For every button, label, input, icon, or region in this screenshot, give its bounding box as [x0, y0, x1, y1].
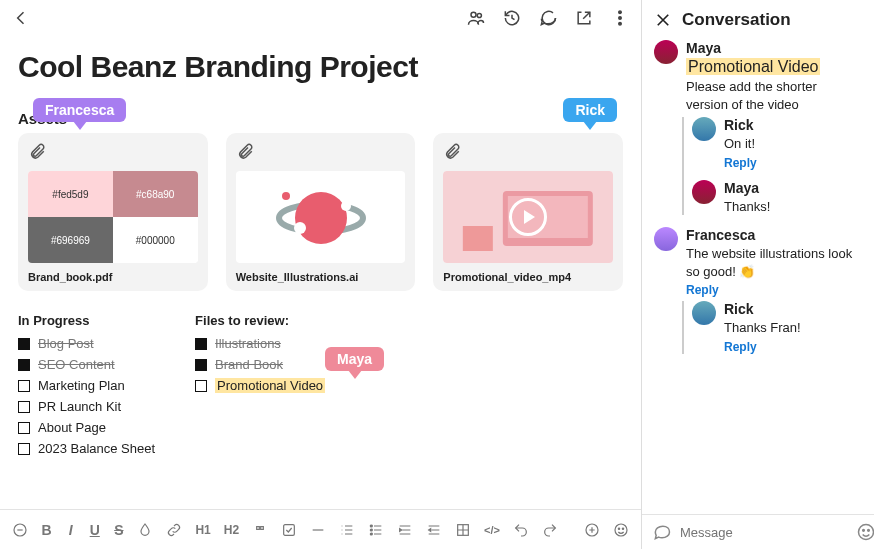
- list-item[interactable]: Promotional Video: [195, 378, 325, 393]
- cursor-francesca: Francesca: [33, 98, 126, 122]
- underline-button[interactable]: U: [89, 522, 100, 538]
- list-item[interactable]: 2023 Balance Sheet: [18, 441, 155, 456]
- avatar: [692, 117, 716, 141]
- avatar: [692, 180, 716, 204]
- message-highlight: Promotional Video: [686, 58, 820, 75]
- assets-row: #fed5d9 #c68a90 #696969 #000000 Brand_bo…: [18, 133, 623, 291]
- svg-point-8: [341, 201, 351, 211]
- svg-point-22: [618, 528, 619, 529]
- h1-button[interactable]: H1: [195, 523, 210, 537]
- swatch: #000000: [113, 217, 198, 263]
- play-icon: [509, 198, 547, 236]
- svg-point-25: [863, 530, 865, 532]
- asset-caption: Website_Illustrations.ai: [236, 271, 406, 283]
- in-progress-heading: In Progress: [18, 313, 155, 328]
- svg-point-7: [294, 222, 306, 234]
- page-title: Cool Beanz Branding Project: [18, 50, 623, 84]
- cursor-rick: Rick: [563, 98, 617, 122]
- redo-button[interactable]: [542, 522, 558, 538]
- svg-point-2: [619, 11, 622, 13]
- avatar: [654, 227, 678, 251]
- asset-card-illustrations[interactable]: Website_Illustrations.ai: [226, 133, 416, 291]
- reply-link[interactable]: Reply: [724, 156, 757, 170]
- video-preview: [443, 171, 613, 263]
- conversation-panel: Conversation Maya Promotional Video Plea…: [642, 0, 874, 549]
- svg-rect-13: [463, 226, 493, 251]
- list-item[interactable]: About Page: [18, 420, 155, 435]
- message-input[interactable]: [680, 525, 848, 540]
- asset-caption: Promotional_video_mp4: [443, 271, 613, 283]
- bold-button[interactable]: B: [41, 522, 52, 538]
- message: Maya Promotional Video Please add the sh…: [654, 40, 862, 113]
- link-button[interactable]: [166, 522, 182, 538]
- reply-link[interactable]: Reply: [724, 340, 801, 354]
- topbar: [0, 0, 641, 36]
- avatar: [692, 301, 716, 325]
- message-text: On it!: [724, 135, 757, 153]
- message-author: Maya: [686, 40, 862, 56]
- svg-point-3: [619, 17, 622, 20]
- message-reply: Rick On it! Reply: [692, 117, 862, 170]
- asset-card-brandbook[interactable]: #fed5d9 #c68a90 #696969 #000000 Brand_bo…: [18, 133, 208, 291]
- avatar: [654, 40, 678, 64]
- svg-point-18: [370, 533, 372, 535]
- emoji-button[interactable]: [856, 521, 874, 543]
- list-item[interactable]: Blog Post: [18, 336, 155, 351]
- svg-point-9: [282, 192, 290, 200]
- review-heading: Files to review:: [195, 313, 325, 328]
- italic-button[interactable]: I: [65, 522, 76, 538]
- list-item[interactable]: PR Launch Kit: [18, 399, 155, 414]
- strike-button[interactable]: S: [113, 522, 124, 538]
- message-author: Rick: [724, 117, 757, 133]
- attachment-icon: [236, 143, 406, 165]
- list-item[interactable]: Illustrations: [195, 336, 325, 351]
- code-button[interactable]: </>: [484, 524, 500, 536]
- add-button[interactable]: [584, 522, 600, 538]
- swatch: #c68a90: [113, 171, 198, 217]
- message-author: Rick: [724, 301, 801, 317]
- message-author: Francesca: [686, 227, 862, 243]
- message-author: Maya: [724, 180, 770, 196]
- more-icon[interactable]: [609, 7, 631, 29]
- checklist-button[interactable]: [281, 522, 297, 538]
- svg-point-21: [615, 524, 627, 536]
- svg-point-26: [868, 530, 870, 532]
- conversation-title: Conversation: [682, 10, 791, 30]
- bullet-list-button[interactable]: [368, 522, 384, 538]
- list-item[interactable]: Marketing Plan: [18, 378, 155, 393]
- message: Francesca The website illustrations look…: [654, 227, 862, 297]
- swatch: #fed5d9: [28, 171, 113, 217]
- message-text: Thanks Fran!: [724, 319, 801, 337]
- cursor-maya: Maya: [325, 347, 384, 371]
- list-item[interactable]: SEO Content: [18, 357, 155, 372]
- close-button[interactable]: [654, 11, 672, 29]
- quote-button[interactable]: [252, 522, 268, 538]
- mention-button[interactable]: [12, 522, 28, 538]
- emoji-button[interactable]: [613, 522, 629, 538]
- color-button[interactable]: [137, 522, 153, 538]
- svg-rect-15: [284, 524, 295, 535]
- table-button[interactable]: [455, 522, 471, 538]
- h2-button[interactable]: H2: [224, 523, 239, 537]
- reply-link[interactable]: Reply: [686, 283, 862, 297]
- divider-button[interactable]: [310, 522, 326, 538]
- history-icon[interactable]: [501, 7, 523, 29]
- ordered-list-button[interactable]: [339, 522, 355, 538]
- outdent-button[interactable]: [426, 522, 442, 538]
- svg-point-4: [619, 23, 622, 26]
- back-button[interactable]: [10, 7, 32, 29]
- svg-point-23: [622, 528, 623, 529]
- comment-icon[interactable]: [537, 7, 559, 29]
- message-text: Thanks!: [724, 198, 770, 216]
- collaborators-icon[interactable]: [465, 7, 487, 29]
- svg-point-6: [295, 192, 347, 244]
- open-external-icon[interactable]: [573, 7, 595, 29]
- editor-toolbar: B I U S H1 H2 </>: [0, 509, 641, 549]
- message-text: The website illustrations look so good! …: [686, 245, 862, 280]
- undo-button[interactable]: [513, 522, 529, 538]
- illustration-preview: [236, 171, 406, 263]
- in-progress-list: In Progress Blog Post SEO Content Market…: [18, 313, 155, 456]
- indent-button[interactable]: [397, 522, 413, 538]
- list-item[interactable]: Brand Book: [195, 357, 325, 372]
- asset-card-video[interactable]: Promotional_video_mp4: [433, 133, 623, 291]
